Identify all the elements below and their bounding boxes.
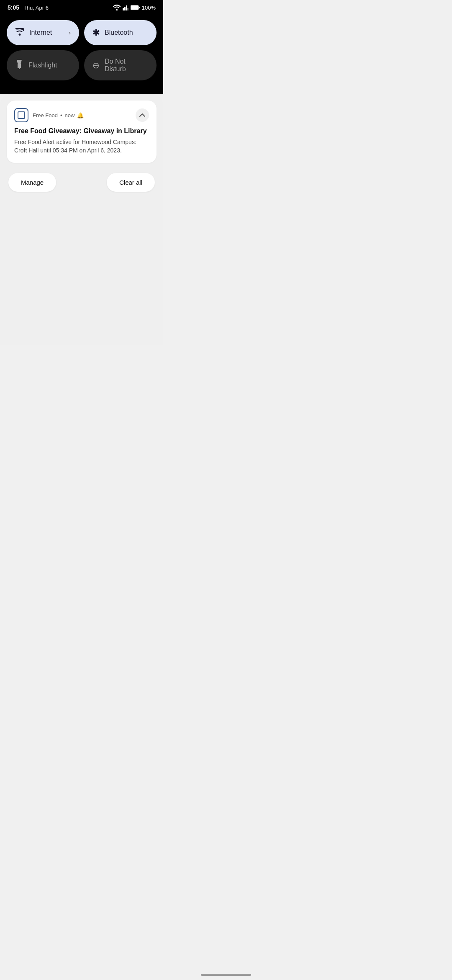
app-icon <box>14 108 28 122</box>
notification-app-info: Free Food • now 🔔 <box>33 112 84 119</box>
quick-settings-panel: Internet › ✱ Bluetooth Flashlight ⊖ Do N… <box>0 14 163 94</box>
bell-icon: 🔔 <box>77 112 84 119</box>
action-row: Manage Clear all <box>7 173 157 192</box>
quick-row-2: Flashlight ⊖ Do Not Disturb <box>7 50 157 80</box>
svg-rect-3 <box>127 8 128 10</box>
svg-rect-5 <box>139 7 140 8</box>
signal-icon <box>123 5 128 10</box>
svg-rect-4 <box>131 5 139 10</box>
internet-tile[interactable]: Internet › <box>7 20 79 45</box>
notifications-panel: Free Food • now 🔔 Free Food Giveaway: Gi… <box>0 94 163 345</box>
svg-rect-0 <box>123 8 124 10</box>
notification-meta: Free Food • now 🔔 <box>14 108 84 122</box>
wifi-tile-icon <box>15 28 24 38</box>
battery-percent: 100% <box>142 5 156 11</box>
notification-time: now <box>65 112 75 119</box>
svg-rect-6 <box>18 63 21 68</box>
manage-button[interactable]: Manage <box>8 173 56 192</box>
svg-rect-8 <box>18 112 25 119</box>
internet-tile-label: Internet <box>29 29 64 36</box>
status-time-date: 5:05 Thu, Apr 6 <box>8 4 49 11</box>
bluetooth-tile[interactable]: ✱ Bluetooth <box>84 20 157 45</box>
dnd-tile-icon: ⊖ <box>92 60 100 70</box>
wifi-icon <box>113 5 121 10</box>
collapse-notification-button[interactable] <box>136 108 149 122</box>
flashlight-tile[interactable]: Flashlight <box>7 50 79 80</box>
notification-body: Free Food Alert active for Homewood Camp… <box>14 138 149 155</box>
svg-rect-2 <box>126 5 127 10</box>
app-name: Free Food <box>33 112 58 119</box>
svg-rect-1 <box>124 7 126 10</box>
bluetooth-tile-icon: ✱ <box>92 28 100 38</box>
notification-card: Free Food • now 🔔 Free Food Giveaway: Gi… <box>7 101 157 163</box>
flashlight-tile-label: Flashlight <box>28 62 71 69</box>
dnd-tile-label: Do Not Disturb <box>105 58 148 73</box>
battery-icon <box>131 5 140 10</box>
flashlight-tile-icon <box>15 60 23 71</box>
notification-title: Free Food Giveaway: Giveaway in Library <box>14 127 149 135</box>
dnd-tile[interactable]: ⊖ Do Not Disturb <box>84 50 157 80</box>
chevron-right-icon: › <box>69 29 71 36</box>
clear-all-button[interactable]: Clear all <box>107 173 155 192</box>
status-icons: 100% <box>113 5 156 11</box>
quick-row-1: Internet › ✱ Bluetooth <box>7 20 157 45</box>
notification-dot: • <box>60 112 62 119</box>
status-bar: 5:05 Thu, Apr 6 100% <box>0 0 163 14</box>
bluetooth-tile-label: Bluetooth <box>105 29 148 36</box>
status-time: 5:05 <box>8 4 19 11</box>
notification-header: Free Food • now 🔔 <box>14 108 149 122</box>
status-date: Thu, Apr 6 <box>23 5 49 11</box>
